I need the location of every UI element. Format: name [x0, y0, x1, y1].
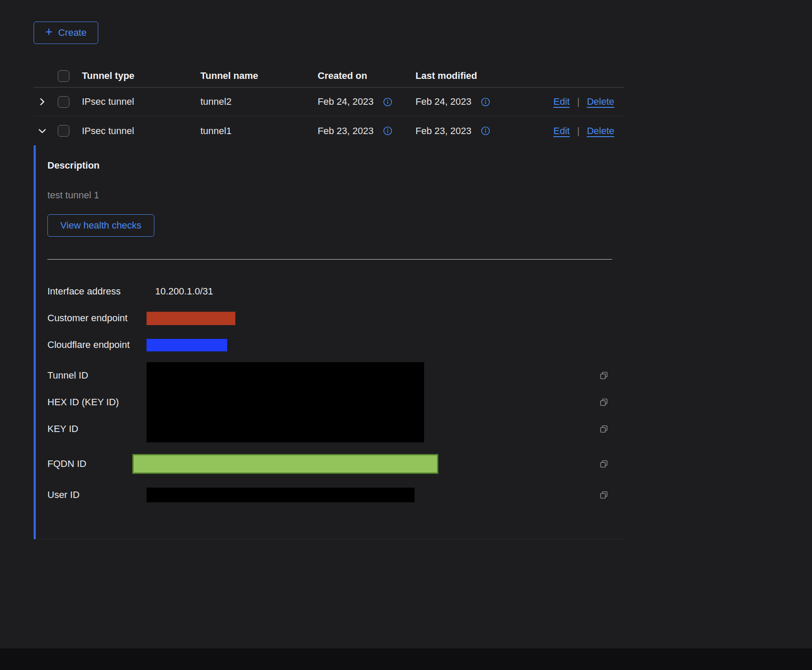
expand-row-button[interactable]	[34, 97, 56, 106]
edit-link[interactable]: Edit	[553, 125, 570, 137]
interface-address-value: 10.200.1.0/31	[147, 286, 213, 297]
table-row-tunnel1: IPsec tunnel tunnel1 Feb 23, 2023 Feb 23…	[34, 116, 624, 145]
copy-icon[interactable]	[599, 398, 609, 407]
info-icon[interactable]	[481, 126, 490, 135]
description-heading: Description	[47, 160, 612, 171]
info-icon[interactable]	[383, 97, 392, 106]
field-label: Tunnel ID	[47, 370, 147, 381]
tunnel-fields: Interface address 10.200.1.0/31 Customer…	[47, 282, 612, 504]
row-checkbox[interactable]	[58, 125, 69, 137]
edit-link[interactable]: Edit	[553, 96, 570, 107]
field-customer-endpoint: Customer endpoint	[47, 309, 612, 328]
field-user-id: User ID	[47, 485, 612, 504]
table-header-row: Tunnel type Tunnel name Created on Last …	[34, 65, 624, 88]
bottom-bar	[0, 648, 812, 670]
chevron-down-icon	[37, 126, 47, 136]
header-tunnel-name: Tunnel name	[200, 70, 318, 81]
copy-icon[interactable]	[599, 371, 609, 380]
redacted-customer-endpoint-value	[147, 312, 235, 325]
tunnels-table: Tunnel type Tunnel name Created on Last …	[34, 65, 624, 539]
last-modified-cell: Feb 23, 2023	[415, 125, 472, 137]
field-label: KEY ID	[47, 423, 147, 435]
chevron-right-icon	[37, 97, 47, 106]
plus-icon: +	[45, 26, 53, 38]
tunnel-type-cell: IPsec tunnel	[82, 96, 200, 107]
field-label: Cloudflare endpoint	[47, 339, 147, 351]
action-separator: |	[577, 96, 580, 107]
header-tunnel-type: Tunnel type	[82, 70, 200, 81]
info-icon[interactable]	[383, 126, 392, 135]
header-created-on: Created on	[318, 70, 415, 81]
field-label: User ID	[47, 489, 147, 501]
field-interface-address: Interface address 10.200.1.0/31	[47, 282, 612, 301]
field-label: FQDN ID	[47, 458, 147, 470]
redacted-cloudflare-endpoint-value	[147, 339, 227, 351]
create-button[interactable]: + Create	[34, 22, 98, 44]
field-label: HEX ID (KEY ID)	[47, 397, 147, 408]
copy-icon[interactable]	[599, 490, 609, 500]
field-hex-id: HEX ID (KEY ID)	[47, 389, 612, 416]
redacted-user-id-value	[147, 488, 415, 502]
field-tunnel-id: Tunnel ID	[47, 362, 612, 389]
description-value: test tunnel 1	[47, 190, 612, 200]
info-icon[interactable]	[481, 97, 490, 106]
copy-icon[interactable]	[599, 424, 609, 434]
table-row-tunnel2: IPsec tunnel tunnel2 Feb 24, 2023 Feb 24…	[34, 88, 624, 116]
row-checkbox[interactable]	[58, 96, 69, 108]
field-fqdn-id: FQDN ID	[47, 448, 612, 479]
delete-link[interactable]: Delete	[587, 96, 615, 107]
view-health-checks-button[interactable]: View health checks	[47, 214, 154, 237]
tunnel-type-cell: IPsec tunnel	[82, 125, 200, 137]
field-key-id: KEY ID	[47, 416, 612, 442]
created-on-cell: Feb 23, 2023	[318, 125, 374, 137]
create-button-label: Create	[58, 27, 87, 38]
collapse-row-button[interactable]	[34, 126, 56, 136]
last-modified-cell: Feb 24, 2023	[415, 96, 472, 107]
copy-icon[interactable]	[599, 459, 609, 469]
tunnel-detail-panel: Description test tunnel 1 View health ch…	[34, 145, 624, 539]
tunnel-name-cell: tunnel1	[200, 125, 318, 137]
divider	[47, 259, 612, 260]
select-all-checkbox[interactable]	[58, 70, 69, 82]
delete-link[interactable]: Delete	[587, 125, 615, 137]
header-last-modified: Last modified	[415, 70, 553, 81]
action-separator: |	[577, 125, 580, 137]
redacted-fqdn-id-value	[132, 454, 438, 474]
tunnel-name-cell: tunnel2	[200, 96, 318, 107]
field-cloudflare-endpoint: Cloudflare endpoint	[47, 335, 612, 354]
field-label: Customer endpoint	[47, 313, 147, 324]
field-label: Interface address	[47, 286, 147, 297]
tunnels-page: + Create Tunnel type Tunnel name Created…	[0, 0, 812, 539]
created-on-cell: Feb 24, 2023	[318, 96, 374, 107]
field-group-ids: Tunnel ID HEX ID (KEY ID)	[47, 362, 612, 442]
